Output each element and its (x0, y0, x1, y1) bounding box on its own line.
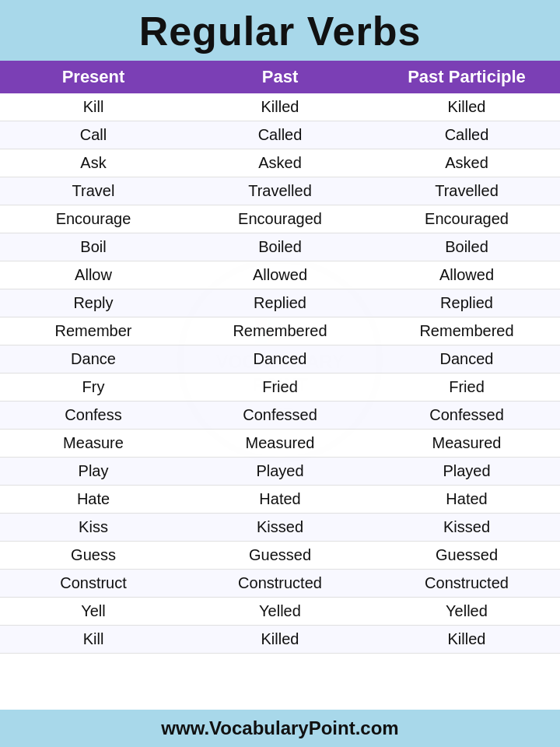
table-row: MeasureMeasuredMeasured (0, 430, 560, 458)
cell-past-4: Encouraged (187, 205, 373, 233)
cell-past-17: Constructed (187, 570, 373, 597)
cell-past-13: Played (187, 458, 373, 485)
table-row: ConstructConstructedConstructed (0, 570, 560, 598)
cell-present-3: Travel (0, 177, 187, 205)
cell-present-13: Play (0, 458, 187, 485)
verb-table: I VOCABULARY POINT .com KillKilledKilled… (0, 93, 560, 710)
table-row: KissKissedKissed (0, 514, 560, 542)
cell-present-0: Kill (0, 93, 187, 121)
cell-past_participle-13: Played (373, 458, 560, 485)
cell-present-4: Encourage (0, 205, 187, 233)
cell-past-14: Hated (187, 486, 373, 513)
cell-present-12: Measure (0, 430, 187, 457)
cell-past_participle-15: Kissed (373, 514, 560, 541)
cell-past-2: Asked (187, 149, 373, 177)
cell-present-9: Dance (0, 345, 187, 373)
table-row: AllowAllowedAllowed (0, 261, 560, 289)
cell-past_participle-18: Yelled (373, 598, 560, 625)
cell-past-12: Measured (187, 430, 373, 457)
cell-present-11: Confess (0, 402, 187, 429)
col-present: Present (0, 61, 187, 93)
cell-past-16: Guessed (187, 542, 373, 569)
table-row: YellYelledYelled (0, 598, 560, 626)
table-row: KillKilledKilled (0, 93, 560, 121)
cell-past_participle-10: Fried (373, 374, 560, 401)
cell-present-6: Allow (0, 261, 187, 289)
table-row: DanceDancedDanced (0, 345, 560, 374)
cell-past-15: Kissed (187, 514, 373, 541)
table-row: ReplyRepliedReplied (0, 289, 560, 317)
cell-past_participle-19: Killed (373, 626, 560, 653)
table-row: KillKilledKilled (0, 626, 560, 654)
cell-past-19: Killed (187, 626, 373, 653)
table-row: PlayPlayedPlayed (0, 458, 560, 486)
cell-past-11: Confessed (187, 402, 373, 429)
column-headers: Present Past Past Participle (0, 61, 560, 93)
table-row: TravelTravelledTravelled (0, 177, 560, 205)
cell-present-10: Fry (0, 374, 187, 401)
cell-present-14: Hate (0, 486, 187, 513)
cell-past_participle-5: Boiled (373, 233, 560, 261)
cell-present-18: Yell (0, 598, 187, 625)
cell-past-5: Boiled (187, 233, 373, 261)
verb-rows: KillKilledKilledCallCalledCalledAskAsked… (0, 93, 560, 654)
cell-past-7: Replied (187, 289, 373, 317)
table-row: HateHatedHated (0, 486, 560, 514)
cell-past-3: Travelled (187, 177, 373, 205)
table-row: ConfessConfessedConfessed (0, 402, 560, 430)
cell-present-7: Reply (0, 289, 187, 317)
cell-past_participle-2: Asked (373, 149, 560, 177)
table-row: GuessGuessedGuessed (0, 542, 560, 570)
cell-past_participle-6: Allowed (373, 261, 560, 289)
cell-past-6: Allowed (187, 261, 373, 289)
cell-past_participle-3: Travelled (373, 177, 560, 205)
cell-past_participle-1: Called (373, 121, 560, 149)
table-row: CallCalledCalled (0, 121, 560, 149)
cell-present-19: Kill (0, 626, 187, 653)
cell-present-8: Remember (0, 317, 187, 345)
page-title: Regular Verbs (139, 9, 422, 54)
table-row: EncourageEncouragedEncouraged (0, 205, 560, 233)
cell-past_participle-4: Encouraged (373, 205, 560, 233)
cell-present-15: Kiss (0, 514, 187, 541)
cell-past_participle-8: Remembered (373, 317, 560, 345)
cell-past_participle-16: Guessed (373, 542, 560, 569)
cell-past-0: Killed (187, 93, 373, 121)
cell-past_participle-7: Replied (373, 289, 560, 317)
cell-present-2: Ask (0, 149, 187, 177)
footer: www.VocabularyPoint.com (0, 710, 560, 747)
cell-present-16: Guess (0, 542, 187, 569)
header: Regular Verbs (0, 0, 560, 61)
cell-past_participle-12: Measured (373, 430, 560, 457)
cell-past_participle-0: Killed (373, 93, 560, 121)
cell-past-10: Fried (187, 374, 373, 401)
cell-present-17: Construct (0, 570, 187, 597)
table-row: RememberRememberedRemembered (0, 317, 560, 345)
table-row: AskAskedAsked (0, 149, 560, 177)
cell-past-8: Remembered (187, 317, 373, 345)
table-row: BoilBoiledBoiled (0, 233, 560, 261)
cell-past_participle-14: Hated (373, 486, 560, 513)
col-past-participle: Past Participle (373, 61, 560, 93)
cell-past-18: Yelled (187, 598, 373, 625)
table-row: FryFriedFried (0, 374, 560, 402)
cell-past_participle-11: Confessed (373, 402, 560, 429)
cell-past_participle-9: Danced (373, 345, 560, 373)
cell-present-5: Boil (0, 233, 187, 261)
cell-past-1: Called (187, 121, 373, 149)
cell-past-9: Danced (187, 345, 373, 373)
cell-present-1: Call (0, 121, 187, 149)
col-past: Past (187, 61, 373, 93)
footer-url: www.VocabularyPoint.com (161, 717, 398, 738)
cell-past_participle-17: Constructed (373, 570, 560, 597)
